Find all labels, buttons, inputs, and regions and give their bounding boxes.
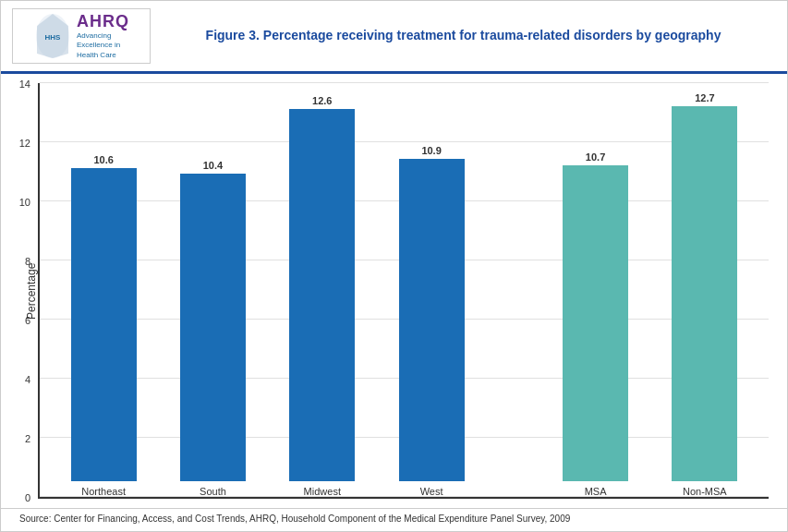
bar-x-label: MSA <box>585 486 607 497</box>
bar-wrapper: 10.9West <box>377 83 486 497</box>
bar-section: 10.7MSA <box>540 83 649 497</box>
bar-gap <box>486 83 540 497</box>
bar-value-label: 12.7 <box>695 92 714 103</box>
source-text: Source: Center for Financing, Access, an… <box>1 508 787 531</box>
bar-wrapper: 10.6Northeast <box>49 83 158 497</box>
ahrq-tagline: Advancing Excellence in Health Care <box>77 31 129 60</box>
bar-rect <box>71 168 137 481</box>
y-tick-label: 14 <box>19 79 34 90</box>
chart-area: Percentage 02468101214 10.6Northeast10.4… <box>1 74 787 503</box>
chart-inner: 02468101214 10.6Northeast10.4South12.6Mi… <box>38 83 769 499</box>
bar-wrapper: 10.7MSA <box>540 83 649 497</box>
logo-text-area: AHRQ Advancing Excellence in Health Care <box>77 12 129 60</box>
y-tick-label: 2 <box>25 434 34 444</box>
title-area: Figure 3. Percentage receiving treatment… <box>151 27 776 45</box>
svg-text:HHS: HHS <box>45 33 62 42</box>
y-tick-label: 4 <box>25 375 34 385</box>
header: HHS AHRQ Advancing Excellence in Health … <box>1 1 787 74</box>
bar-value-label: 12.6 <box>312 95 332 106</box>
bar-x-label: South <box>200 486 226 497</box>
y-tick-label: 6 <box>25 316 34 326</box>
bar-section: 12.7Non-MSA <box>650 83 759 497</box>
y-tick-label: 0 <box>25 493 34 503</box>
logo-area: HHS AHRQ Advancing Excellence in Health … <box>12 8 151 64</box>
bar-x-label: Northeast <box>81 486 126 497</box>
bar-x-label: Non-MSA <box>683 486 727 497</box>
bar-section: 10.6Northeast <box>49 83 158 497</box>
bar-wrapper: 12.6Midwest <box>268 83 377 497</box>
bar-rect <box>563 165 628 481</box>
bars-group: 10.6Northeast10.4South12.6Midwest10.9Wes… <box>49 83 759 497</box>
bar-section: 10.4South <box>158 83 267 497</box>
bar-x-label: Midwest <box>304 486 341 497</box>
bar-value-label: 10.4 <box>203 160 223 171</box>
ahrq-brand: AHRQ <box>77 12 129 31</box>
bar-x-label: West <box>420 486 443 497</box>
y-tick-label: 8 <box>25 257 34 267</box>
y-tick-label: 12 <box>19 139 34 149</box>
bar-wrapper: 12.7Non-MSA <box>650 83 759 497</box>
chart-plot: 02468101214 10.6Northeast10.4South12.6Mi… <box>38 83 769 499</box>
bar-value-label: 10.7 <box>586 151 605 163</box>
y-tick-label: 10 <box>19 198 34 208</box>
figure-title: Figure 3. Percentage receiving treatment… <box>169 27 758 45</box>
chart-container: Percentage 02468101214 10.6Northeast10.4… <box>19 83 769 499</box>
bar-rect <box>399 159 465 481</box>
eagle-icon: HHS <box>33 12 72 60</box>
y-ticks: 02468101214 <box>3 83 40 497</box>
page: HHS AHRQ Advancing Excellence in Health … <box>0 0 788 532</box>
bar-rect <box>672 106 737 481</box>
bar-value-label: 10.9 <box>421 145 441 156</box>
bar-rect <box>180 174 246 481</box>
bar-value-label: 10.6 <box>93 154 113 165</box>
bar-section: 10.9West <box>377 83 486 497</box>
bar-rect <box>289 109 355 481</box>
logo-box: HHS AHRQ Advancing Excellence in Health … <box>12 8 151 64</box>
bar-section: 12.6Midwest <box>268 83 377 497</box>
bar-wrapper: 10.4South <box>158 83 267 497</box>
